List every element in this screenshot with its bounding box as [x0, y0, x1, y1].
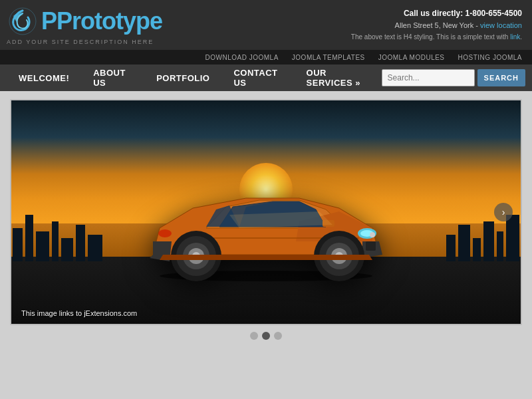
search-area: SEARCH [382, 69, 525, 86]
slide-dot-3[interactable] [274, 332, 282, 340]
main-navigation: WELCOME! ABOUT US PORTFOLIO CONTACT US O… [0, 65, 532, 91]
slide-dots [10, 332, 522, 340]
logo-icon [7, 5, 39, 37]
slide-next-arrow[interactable]: › [494, 203, 513, 221]
building [497, 231, 503, 261]
slide-caption: This image links to jExtensions.com [21, 309, 137, 317]
svg-point-14 [158, 229, 172, 237]
slideshow: › This image links to jExtensions.com [10, 99, 522, 325]
sub-navigation: DOWNLOAD JOOMLA JOOMLA TEMPLATES JOOMLA … [0, 50, 532, 65]
address-line: Allen Street 5, New York - view location [351, 20, 522, 32]
view-location-link[interactable]: view location [480, 21, 522, 29]
car-image [126, 175, 406, 284]
search-input[interactable] [382, 69, 475, 86]
nav-about-us[interactable]: ABOUT US [81, 65, 144, 91]
search-button[interactable]: SEARCH [477, 69, 525, 86]
subnav-hosting-joomla[interactable]: HOSTING JOOMLA [458, 54, 522, 61]
nav-welcome[interactable]: WELCOME! [7, 65, 81, 91]
building [61, 238, 73, 261]
nav-contact-us[interactable]: CONTACT US [221, 65, 294, 91]
building [483, 221, 494, 261]
link-example[interactable]: link [510, 33, 520, 41]
subnav-joomla-templates[interactable]: JOOMLA TEMPLATES [292, 54, 365, 61]
subnav-joomla-modules[interactable]: JOOMLA MODULES [378, 54, 445, 61]
top-header: PPrototype Add your site description her… [0, 0, 532, 50]
building [88, 235, 102, 261]
nav-our-services[interactable]: OUR SERVICES » [295, 65, 382, 91]
building [13, 228, 23, 261]
logo-text: PPrototype [41, 7, 162, 35]
building [76, 225, 85, 261]
building [52, 221, 59, 261]
slide-dot-2[interactable] [262, 332, 270, 340]
contact-info: Call us directly: 1-800-655-4500 Allen S… [351, 7, 522, 43]
logo-title: PPrototype [7, 5, 162, 37]
building [446, 235, 456, 261]
h4-text: The above text is H4 styling. This is a … [351, 32, 522, 43]
site-description: Add your site description here [7, 39, 162, 45]
logo-area: PPrototype Add your site description her… [7, 5, 162, 45]
main-content: › This image links to jExtensions.com [0, 91, 532, 399]
building [36, 231, 49, 261]
nav-menu: WELCOME! ABOUT US PORTFOLIO CONTACT US O… [7, 65, 382, 91]
nav-portfolio[interactable]: PORTFOLIO [144, 65, 221, 91]
slide-image: › This image links to jExtensions.com [11, 100, 521, 324]
building [506, 215, 519, 261]
building [473, 238, 481, 261]
building [458, 225, 470, 261]
svg-point-17 [370, 232, 375, 237]
phone-number: Call us directly: 1-800-655-4500 [351, 7, 522, 20]
subnav-download-joomla[interactable]: DOWNLOAD JOOMLA [205, 54, 279, 61]
slide-dot-1[interactable] [250, 332, 258, 340]
svg-rect-16 [366, 241, 376, 251]
car-svg [126, 175, 406, 281]
building [25, 215, 33, 261]
